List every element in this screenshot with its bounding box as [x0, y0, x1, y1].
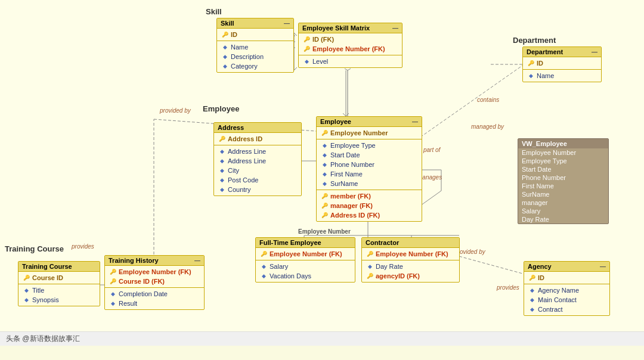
esm-level-field: ◆ Level: [302, 57, 398, 66]
training-course-group-label: Training Course: [5, 244, 64, 253]
attr-icon: ◆: [527, 72, 535, 80]
attr-icon: ◆: [259, 262, 268, 271]
pk-icon: 🔑: [320, 129, 329, 137]
emp-surname-field: ◆ SurName: [320, 179, 418, 188]
attr-icon: ◆: [218, 185, 226, 194]
th-title: Training History —: [105, 256, 204, 266]
relation-managed-by: managed by: [471, 123, 504, 130]
emp-manager-fk-field: 🔑 manager (FK): [320, 201, 418, 210]
full-time-employee-entity: Full-Time Employee 🔑 Employee Number (FK…: [255, 237, 355, 283]
dept-title: Department —: [523, 47, 601, 57]
skill-id-field: 🔑 ID: [221, 30, 290, 39]
vw-empnum: Employee Number: [518, 148, 608, 157]
esm-id-fk-field: 🔑 ID (FK): [302, 35, 398, 44]
employee-skill-matrix-entity: Employee Skill Matrix — 🔑 ID (FK) 🔑 Empl…: [298, 23, 402, 68]
attr-icon: ◆: [528, 305, 536, 314]
dept-id-field: 🔑 ID: [527, 58, 597, 68]
vw-surname: SurName: [518, 190, 608, 198]
th-courseid-fk-field: 🔑 Course ID (FK): [109, 277, 200, 286]
diagram-container: Skill Employee Training Course Departmen…: [0, 0, 644, 346]
skill-name-field: ◆ Name: [221, 42, 290, 52]
skill-pk-section: 🔑 ID: [217, 29, 293, 41]
esm-title: Employee Skill Matrix —: [299, 23, 402, 33]
pk-icon: 🔑: [528, 274, 536, 282]
vw-manager: manager: [518, 198, 608, 207]
skill-entity: Skill — 🔑 ID ◆ Name ◆ Description ◆ Cate…: [216, 18, 294, 73]
contractor-fk-section: 🔑 Employee Number (FK): [362, 248, 459, 260]
emp-firstname-field: ◆ First Name: [320, 169, 418, 179]
attr-icon: ◆: [218, 147, 226, 156]
attr-icon: ◆: [320, 151, 329, 159]
address-pk-section: 🔑 Address ID: [214, 133, 301, 145]
contractor-entity: Contractor 🔑 Employee Number (FK) ◆ Day …: [361, 237, 460, 283]
address-postcode-field: ◆ Post Code: [218, 175, 298, 185]
training-course-entity: Training Course 🔑 Course ID ◆ Title ◆ Sy…: [18, 261, 100, 306]
attr-icon: ◆: [221, 43, 229, 51]
skill-title: Skill —: [217, 18, 293, 29]
agency-id-field: 🔑 ID: [528, 273, 606, 283]
svg-line-18: [459, 256, 525, 274]
vw-salary: Salary: [518, 207, 608, 215]
fk-icon: 🔑: [109, 268, 117, 276]
tc-pk-section: 🔑 Course ID: [18, 272, 100, 284]
attr-icon: ◆: [320, 170, 329, 178]
attr-icon: ◆: [259, 272, 268, 280]
fk-icon: 🔑: [320, 211, 329, 219]
tc-title-field: ◆ Title: [22, 285, 96, 295]
svg-line-22: [294, 33, 297, 36]
agency-contact-field: ◆ Main Contact: [528, 295, 606, 305]
attr-icon: ◆: [302, 57, 311, 66]
skill-desc-field: ◆ Description: [221, 52, 290, 61]
agency-title: Agency —: [524, 262, 609, 272]
fk-icon: 🔑: [366, 250, 374, 258]
svg-line-24: [294, 67, 297, 70]
vw-startdate: Start Date: [518, 165, 608, 173]
attr-icon: ◆: [366, 262, 374, 271]
relation-provides-2: provides: [497, 284, 519, 291]
skill-attr-section: ◆ Name ◆ Description ◆ Category: [217, 41, 293, 72]
contractor-agencyid-fk-field: 🔑 agencyID (FK): [366, 271, 456, 281]
watermark: 头条 @新语数据故事汇: [6, 334, 80, 344]
pk-icon: 🔑: [218, 135, 226, 143]
pk-icon: 🔑: [302, 35, 311, 44]
training-history-entity: Training History — 🔑 Employee Number (FK…: [104, 255, 205, 310]
agency-entity: Agency — 🔑 ID ◆ Agency Name ◆ Main Conta…: [524, 261, 610, 316]
esm-attr-section: ◆ Level: [299, 55, 402, 67]
attr-icon: ◆: [528, 286, 536, 294]
svg-line-26: [345, 69, 348, 70]
fte-attr-section: ◆ Salary ◆ Vacation Days: [256, 260, 355, 282]
emp-member-fk-field: 🔑 member (FK): [320, 191, 418, 201]
relation-provides-1: provides: [72, 243, 94, 250]
employee-attr-section: ◆ Employee Type ◆ Start Date ◆ Phone Num…: [317, 139, 422, 190]
vw-phone: Phone Number: [518, 173, 608, 182]
address-attr-section: ◆ Address Line ◆ Address Line ◆ City ◆ P…: [214, 145, 301, 195]
th-empnum-fk-field: 🔑 Employee Number (FK): [109, 267, 200, 277]
fte-fk-section: 🔑 Employee Number (FK): [256, 248, 355, 260]
dept-pk-section: 🔑 ID: [523, 57, 601, 70]
fk-icon: 🔑: [320, 201, 329, 210]
agency-attr-section: ◆ Agency Name ◆ Main Contact ◆ Contract: [524, 284, 609, 315]
employee-fk-section: 🔑 member (FK) 🔑 manager (FK) 🔑 Address I…: [317, 190, 422, 221]
pk-icon: 🔑: [22, 274, 30, 282]
th-attr-section: ◆ Completion Date ◆ Result: [105, 288, 204, 309]
attr-icon: ◆: [218, 166, 226, 175]
emp-type-field: ◆ Employee Type: [320, 141, 418, 150]
vw-firstname: First Name: [518, 182, 608, 190]
employee-number-pk-field: 🔑 Employee Number: [320, 128, 418, 138]
employee-group-label: Employee: [203, 104, 239, 113]
fk-icon: 🔑: [366, 272, 374, 280]
emp-addressid-fk-field: 🔑 Address ID (FK): [320, 210, 418, 220]
address-city-field: ◆ City: [218, 166, 298, 175]
address-line2-field: ◆ Address Line: [218, 156, 298, 166]
department-group-label: Department: [513, 36, 556, 45]
fk-icon: 🔑: [320, 192, 329, 200]
attr-icon: ◆: [22, 286, 30, 294]
employee-pk-section: 🔑 Employee Number: [317, 127, 422, 139]
attr-icon: ◆: [218, 176, 226, 184]
address-line1-field: ◆ Address Line: [218, 147, 298, 156]
address-title: Address: [214, 123, 301, 133]
tc-attr-section: ◆ Title ◆ Synopsis: [18, 284, 100, 306]
relation-provided-by-1: provided by: [160, 107, 191, 114]
attr-icon: ◆: [109, 290, 117, 298]
contractor-attr-section: ◆ Day Rate 🔑 agencyID (FK): [362, 260, 459, 282]
